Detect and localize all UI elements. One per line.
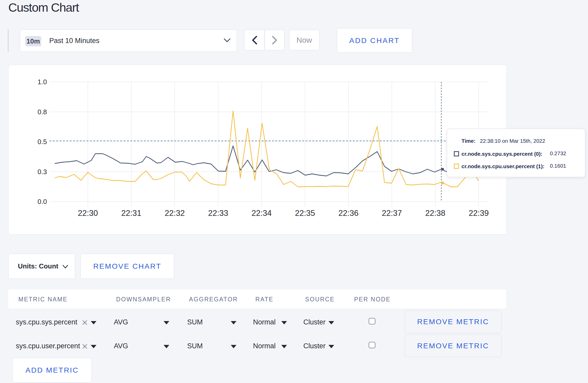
svg-text:0.3: 0.3	[38, 168, 47, 176]
svg-text:1.0: 1.0	[38, 78, 47, 86]
svg-text:22:38:10 on Mar 15th, 2022: 22:38:10 on Mar 15th, 2022	[480, 138, 545, 144]
svg-text:cr.node.sys.cpu.user.percent (: cr.node.sys.cpu.user.percent (1):	[461, 163, 544, 169]
svg-text:22:38: 22:38	[425, 209, 445, 218]
svg-text:Time:: Time:	[461, 138, 475, 144]
svg-text:0.1601: 0.1601	[550, 163, 566, 169]
svg-text:0.0: 0.0	[38, 198, 47, 205]
svg-text:22:34: 22:34	[251, 209, 272, 218]
svg-text:22:37: 22:37	[382, 209, 402, 218]
svg-text:0.8: 0.8	[38, 108, 47, 116]
svg-text:22:30: 22:30	[78, 209, 98, 218]
svg-text:22:31: 22:31	[121, 209, 142, 218]
svg-text:22:35: 22:35	[295, 209, 315, 218]
svg-text:0.2732: 0.2732	[550, 150, 566, 156]
svg-text:22:36: 22:36	[338, 209, 359, 218]
svg-text:22:33: 22:33	[208, 209, 228, 218]
svg-text:22:39: 22:39	[469, 209, 489, 218]
svg-text:22:32: 22:32	[165, 209, 185, 218]
svg-text:cr.node.sys.cpu.sys.percent (0: cr.node.sys.cpu.sys.percent (0):	[461, 151, 542, 157]
svg-text:0.5: 0.5	[38, 138, 47, 146]
